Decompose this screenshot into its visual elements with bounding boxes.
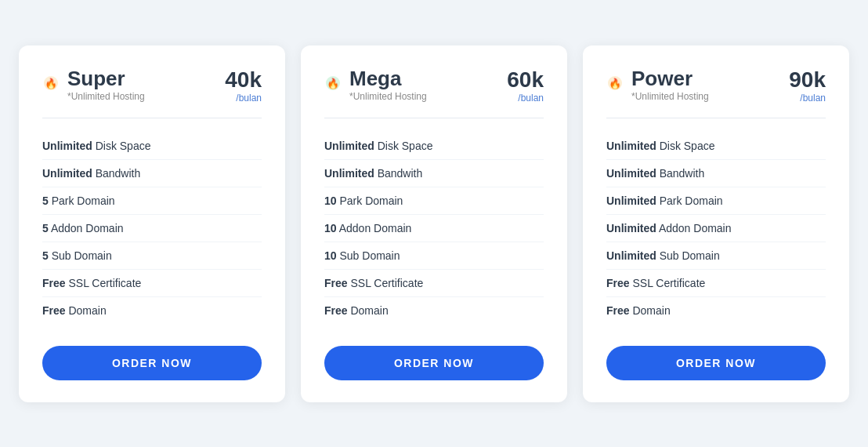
card-period-super: /bulan [225,93,262,104]
svg-text:🔥: 🔥 [327,77,340,90]
feature-bold-power-4: Unlimited [606,249,656,262]
flame-icon-mega: 🔥 [324,74,342,96]
list-item: 10 Addon Domain [324,215,544,242]
card-header-mega: 🔥 Mega*Unlimited Hosting60k/bulan [324,67,544,104]
card-subtitle-power: *Unlimited Hosting [631,91,709,102]
divider-super [42,118,262,118]
feature-bold-mega-0: Unlimited [324,140,374,152]
feature-bold-super-2: 5 [42,194,49,207]
svg-text:🔥: 🔥 [609,77,622,90]
card-period-mega: /bulan [507,93,544,104]
card-title-power: Power [631,67,709,90]
feature-bold-power-1: Unlimited [606,167,656,180]
list-item: Unlimited Bandwith [324,160,544,187]
feature-bold-mega-4: 10 [324,249,337,262]
card-title-text-super: Super*Unlimited Hosting [67,67,145,103]
card-header-power: 🔥 Power*Unlimited Hosting90k/bulan [606,67,826,104]
list-item: 5 Addon Domain [42,215,262,242]
features-list-super: Unlimited Disk SpaceUnlimited Bandwith5 … [42,133,262,324]
order-button-super[interactable]: ORDER NOW [42,346,262,380]
list-item: Free SSL Certificate [606,270,826,297]
feature-bold-mega-6: Free [324,304,350,317]
list-item: 5 Sub Domain [42,242,262,270]
card-title-block-power: 🔥 Power*Unlimited Hosting [606,67,709,103]
card-title-text-power: Power*Unlimited Hosting [631,67,709,103]
feature-bold-power-3: Unlimited [606,222,656,234]
order-button-mega[interactable]: ORDER NOW [324,346,544,380]
card-title-mega: Mega [349,67,427,90]
feature-bold-mega-5: Free [324,277,350,289]
card-header-super: 🔥 Super*Unlimited Hosting40k/bulan [42,67,262,104]
card-title-super: Super [67,67,145,90]
feature-bold-super-6: Free [42,304,68,317]
list-item: 10 Sub Domain [324,242,544,270]
list-item: Unlimited Bandwith [606,160,826,187]
card-period-power: /bulan [789,93,826,104]
feature-bold-super-5: Free [42,277,68,289]
list-item: Free Domain [606,297,826,324]
card-super: 🔥 Super*Unlimited Hosting40k/bulanUnlimi… [19,45,285,402]
features-list-power: Unlimited Disk SpaceUnlimited BandwithUn… [606,133,826,324]
svg-text:🔥: 🔥 [45,77,58,90]
feature-bold-super-0: Unlimited [42,140,92,152]
card-title-text-mega: Mega*Unlimited Hosting [349,67,427,103]
list-item: Unlimited Disk Space [606,133,826,160]
card-amount-power: 90k [789,67,826,92]
feature-bold-power-5: Free [606,277,632,289]
feature-bold-power-2: Unlimited [606,194,656,207]
list-item: 10 Park Domain [324,187,544,215]
divider-mega [324,118,544,118]
feature-bold-power-6: Free [606,304,632,317]
list-item: Unlimited Disk Space [324,133,544,160]
list-item: Unlimited Bandwith [42,160,262,187]
feature-bold-power-0: Unlimited [606,140,656,152]
feature-bold-mega-1: Unlimited [324,167,374,180]
list-item: Free SSL Certificate [42,270,262,297]
feature-bold-super-1: Unlimited [42,167,92,180]
list-item: 5 Park Domain [42,187,262,215]
feature-bold-super-3: 5 [42,222,49,234]
feature-bold-super-4: 5 [42,249,49,262]
card-title-block-super: 🔥 Super*Unlimited Hosting [42,67,145,103]
card-subtitle-mega: *Unlimited Hosting [349,91,427,102]
card-amount-mega: 60k [507,67,544,92]
pricing-container: 🔥 Super*Unlimited Hosting40k/bulanUnlimi… [11,45,857,402]
card-price-power: 90k/bulan [789,67,826,104]
list-item: Unlimited Sub Domain [606,242,826,270]
list-item: Free Domain [324,297,544,324]
feature-bold-mega-2: 10 [324,194,337,207]
card-amount-super: 40k [225,67,262,92]
list-item: Unlimited Park Domain [606,187,826,215]
order-button-power[interactable]: ORDER NOW [606,346,826,380]
list-item: Unlimited Addon Domain [606,215,826,242]
divider-power [606,118,826,118]
flame-icon-super: 🔥 [42,74,60,96]
card-mega: 🔥 Mega*Unlimited Hosting60k/bulanUnlimit… [301,45,567,402]
feature-bold-mega-3: 10 [324,222,337,234]
list-item: Free Domain [42,297,262,324]
features-list-mega: Unlimited Disk SpaceUnlimited Bandwith10… [324,133,544,324]
card-price-super: 40k/bulan [225,67,262,104]
list-item: Free SSL Certificate [324,270,544,297]
card-title-block-mega: 🔥 Mega*Unlimited Hosting [324,67,427,103]
card-price-mega: 60k/bulan [507,67,544,104]
flame-icon-power: 🔥 [606,74,624,96]
card-subtitle-super: *Unlimited Hosting [67,91,145,102]
card-power: 🔥 Power*Unlimited Hosting90k/bulanUnlimi… [583,45,849,402]
list-item: Unlimited Disk Space [42,133,262,160]
